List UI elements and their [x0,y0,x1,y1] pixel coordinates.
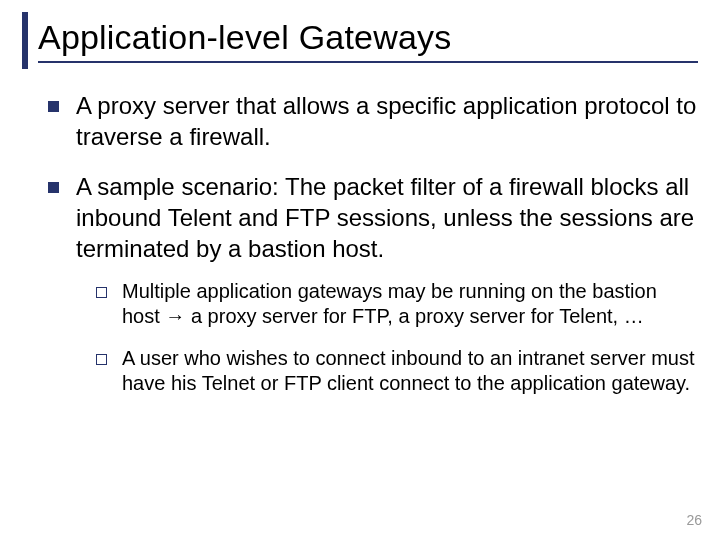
sub-bullet-text-post: a proxy server for FTP, a proxy server f… [185,305,643,327]
title-container: Application-level Gateways [22,12,698,69]
bullet-item: A sample scenario: The packet filter of … [48,172,698,397]
slide: Application-level Gateways A proxy serve… [0,0,720,540]
slide-title: Application-level Gateways [38,18,698,63]
bullet-text: A sample scenario: The packet filter of … [76,173,694,261]
bullet-item: A proxy server that allows a specific ap… [48,91,698,152]
sub-bullet-text: A user who wishes to connect inbound to … [122,347,695,395]
page-number: 26 [686,512,702,528]
arrow-icon: → [165,305,185,327]
sub-bullet-item: Multiple application gateways may be run… [96,279,698,330]
bullet-text: A proxy server that allows a specific ap… [76,92,696,150]
bullet-list: A proxy server that allows a specific ap… [22,91,698,397]
sub-bullet-list: Multiple application gateways may be run… [76,279,698,397]
sub-bullet-item: A user who wishes to connect inbound to … [96,346,698,397]
